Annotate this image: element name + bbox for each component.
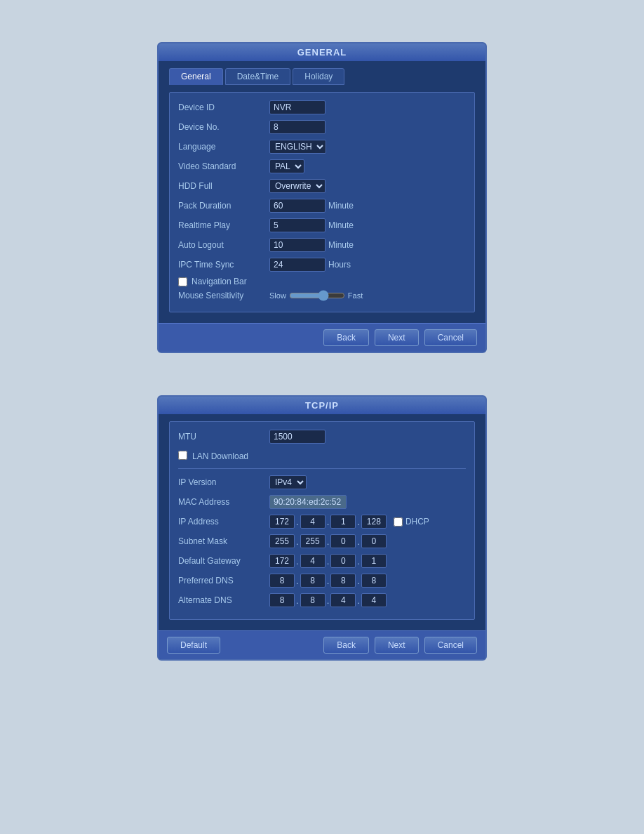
subnet-seg-1[interactable] xyxy=(269,534,295,548)
ip-seg-1[interactable] xyxy=(269,515,295,529)
subnet-seg-4[interactable] xyxy=(361,534,387,548)
pack-duration-input[interactable] xyxy=(269,199,326,213)
navigation-bar-checkbox[interactable] xyxy=(178,277,187,286)
mouse-sensitivity-slider[interactable] xyxy=(289,291,345,300)
dns2-seg-4[interactable] xyxy=(361,593,387,607)
dns1-seg-3[interactable] xyxy=(330,574,356,588)
default-gateway-label: Default Gateway xyxy=(178,556,269,566)
tcpip-back-button[interactable]: Back xyxy=(323,637,369,654)
ip-version-row: IP Version IPv4 xyxy=(178,475,466,490)
ipc-time-sync-unit: Hours xyxy=(328,260,351,270)
dns2-group: . . . xyxy=(269,593,387,607)
auto-logout-input[interactable] xyxy=(269,238,326,252)
slow-label: Slow xyxy=(269,291,286,300)
realtime-play-input[interactable] xyxy=(269,218,326,232)
gw-seg-2[interactable] xyxy=(300,554,326,568)
subnet-seg-3[interactable] xyxy=(330,534,356,548)
auto-logout-row: Auto Logout Minute xyxy=(178,237,466,253)
general-form: Device ID Device No. Language ENGLISH xyxy=(169,92,475,312)
mac-address-row: MAC Address xyxy=(178,494,466,510)
device-id-row: Device ID xyxy=(178,100,466,115)
ipc-time-sync-label: IPC Time Sync xyxy=(178,260,269,270)
subnet-mask-label: Subnet Mask xyxy=(178,536,269,546)
mouse-sensitivity-label: Mouse Sensitivity xyxy=(178,291,269,300)
subnet-mask-row: Subnet Mask . . . xyxy=(178,534,466,549)
dns1-seg-2[interactable] xyxy=(300,574,326,588)
device-id-label: Device ID xyxy=(178,102,269,112)
tab-datetime[interactable]: Date&Time xyxy=(225,68,291,85)
device-id-input[interactable] xyxy=(269,100,326,114)
hdd-full-row: HDD Full Overwrite xyxy=(178,178,466,194)
general-button-bar: Back Next Cancel xyxy=(159,323,485,352)
pack-duration-label: Pack Duration xyxy=(178,201,269,211)
lan-download-checkbox[interactable] xyxy=(178,451,187,460)
ip-seg-4[interactable] xyxy=(361,515,387,529)
device-no-row: Device No. xyxy=(178,119,466,135)
auto-logout-unit: Minute xyxy=(328,240,354,250)
navigation-bar-row: Navigation Bar xyxy=(178,277,466,286)
ip-seg-2[interactable] xyxy=(300,515,326,529)
pack-duration-unit: Minute xyxy=(328,201,354,211)
dns1-group: . . . xyxy=(269,574,387,588)
ip-version-label: IP Version xyxy=(178,477,269,487)
tcpip-panel-title: TCP/IP xyxy=(159,397,485,414)
hdd-full-select[interactable]: Overwrite xyxy=(269,179,326,193)
tcpip-next-button[interactable]: Next xyxy=(375,637,419,654)
hdd-full-label: HDD Full xyxy=(178,181,269,191)
separator xyxy=(178,468,466,469)
tab-general[interactable]: General xyxy=(169,68,223,85)
default-gateway-row: Default Gateway . . . xyxy=(178,553,466,569)
gw-seg-1[interactable] xyxy=(269,554,295,568)
tcpip-cancel-button[interactable]: Cancel xyxy=(424,637,477,654)
alternate-dns-label: Alternate DNS xyxy=(178,595,269,605)
subnet-seg-2[interactable] xyxy=(300,534,326,548)
lan-download-row: LAN Download xyxy=(178,449,466,464)
video-standard-label: Video Standard xyxy=(178,161,269,171)
dhcp-label: DHCP xyxy=(405,517,429,527)
realtime-play-unit: Minute xyxy=(328,220,354,230)
general-cancel-button[interactable]: Cancel xyxy=(424,329,477,346)
gw-seg-3[interactable] xyxy=(330,554,356,568)
language-select[interactable]: ENGLISH xyxy=(269,140,326,154)
gateway-group: . . . xyxy=(269,554,387,568)
mtu-input[interactable] xyxy=(269,430,326,444)
preferred-dns-label: Preferred DNS xyxy=(178,576,269,585)
ip-seg-3[interactable] xyxy=(330,515,356,529)
ipc-time-sync-input[interactable] xyxy=(269,258,326,272)
dhcp-row: DHCP xyxy=(394,517,429,527)
general-tabs: General Date&Time Holiday xyxy=(169,68,475,85)
general-next-button[interactable]: Next xyxy=(375,329,419,346)
dns1-seg-4[interactable] xyxy=(361,574,387,588)
language-row: Language ENGLISH xyxy=(178,139,466,154)
general-back-button[interactable]: Back xyxy=(323,329,369,346)
tcpip-button-bar: Default Back Next Cancel xyxy=(159,630,485,659)
ip-address-group: . . . xyxy=(269,515,387,529)
preferred-dns-row: Preferred DNS . . . xyxy=(178,573,466,588)
tcpip-form: MTU LAN Download IP Version IPv4 xyxy=(169,421,475,620)
pack-duration-row: Pack Duration Minute xyxy=(178,198,466,213)
ip-address-label: IP Address xyxy=(178,517,269,527)
mtu-row: MTU xyxy=(178,429,466,444)
subnet-group: . . . xyxy=(269,534,387,548)
device-no-label: Device No. xyxy=(178,122,269,132)
dhcp-checkbox[interactable] xyxy=(394,517,403,527)
auto-logout-label: Auto Logout xyxy=(178,240,269,250)
language-label: Language xyxy=(178,142,269,152)
navigation-bar-label: Navigation Bar xyxy=(192,277,247,286)
mac-address-label: MAC Address xyxy=(178,497,269,507)
device-no-input[interactable] xyxy=(269,120,326,134)
mtu-label: MTU xyxy=(178,432,269,442)
dns2-seg-1[interactable] xyxy=(269,593,295,607)
dns2-seg-2[interactable] xyxy=(300,593,326,607)
gw-seg-4[interactable] xyxy=(361,554,387,568)
realtime-play-row: Realtime Play Minute xyxy=(178,218,466,233)
video-standard-select[interactable]: PAL xyxy=(269,159,304,173)
dns2-seg-3[interactable] xyxy=(330,593,356,607)
mac-address-input[interactable] xyxy=(269,495,347,509)
lan-download-label: LAN Download xyxy=(192,451,248,461)
tab-holiday[interactable]: Holiday xyxy=(293,68,344,85)
general-panel: GENERAL General Date&Time Holiday Device… xyxy=(157,42,487,353)
dns1-seg-1[interactable] xyxy=(269,574,295,588)
ip-version-select[interactable]: IPv4 xyxy=(269,475,307,489)
tcpip-default-button[interactable]: Default xyxy=(167,637,220,654)
